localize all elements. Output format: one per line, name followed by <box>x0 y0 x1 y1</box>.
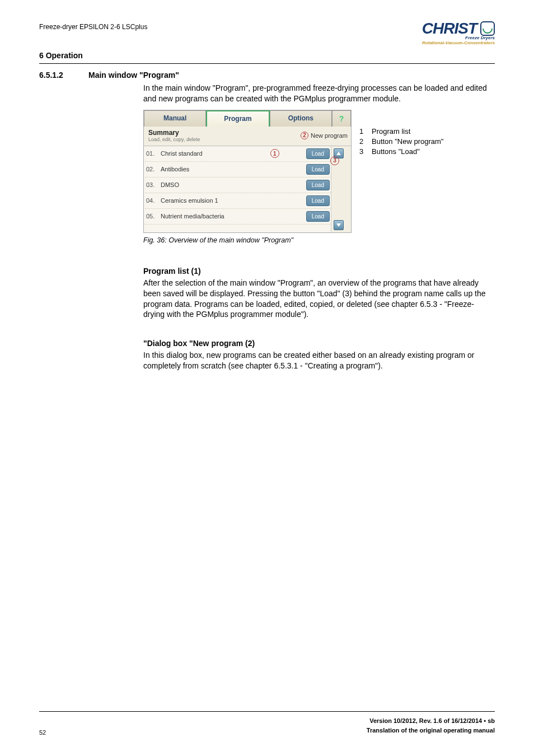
logo-subline-2: Rotational-Vacuum-Concentrators <box>422 40 495 45</box>
legend-text: Program list <box>372 127 410 137</box>
chevron-down-icon <box>336 222 341 228</box>
intro-paragraph: In the main window "Program", pre-progra… <box>143 83 495 104</box>
program-list-body: After the selection of the main window "… <box>143 278 495 320</box>
program-number: 01. <box>146 150 158 157</box>
program-number: 02. <box>146 166 158 172</box>
load-button[interactable]: Load <box>306 164 330 175</box>
program-number: 05. <box>146 213 158 220</box>
load-button[interactable]: Load <box>306 148 330 159</box>
new-program-label: New program <box>311 132 348 139</box>
program-list-heading: Program list (1) <box>143 267 495 276</box>
page-number: 52 <box>39 729 46 736</box>
program-row: 05. Nutrient media/bacteria Load <box>145 209 331 225</box>
load-button[interactable]: Load <box>306 211 330 222</box>
program-name: DMSO <box>161 181 304 188</box>
program-row: 02. Antibodies Load <box>145 162 331 178</box>
legend-number: 1 <box>359 127 366 137</box>
section-rule <box>39 63 495 64</box>
callout-2-icon: 2 <box>301 132 308 139</box>
load-button[interactable]: Load <box>306 195 330 206</box>
tab-program[interactable]: Program <box>206 110 269 127</box>
program-number: 04. <box>146 197 158 204</box>
section-heading: 6 Operation <box>39 51 495 60</box>
program-row: 01. Christ standard 1 Load <box>145 146 331 162</box>
footer-version: Version 10/2012, Rev. 1.6 of 16/12/2014 … <box>367 716 495 726</box>
brand-logo: CHRIST Freeze Dryers Rotational-Vacuum-C… <box>422 20 495 45</box>
tab-manual[interactable]: Manual <box>144 110 206 127</box>
program-name: Ceramics emulsion 1 <box>161 197 304 204</box>
svg-marker-1 <box>336 223 341 227</box>
new-program-button[interactable]: 2 New program <box>301 132 348 139</box>
subsection-number: 6.5.1.2 <box>39 71 75 80</box>
summary-label: Summary <box>148 129 179 137</box>
tab-options[interactable]: Options <box>270 110 332 127</box>
logo-swirl-icon <box>480 21 495 36</box>
scroll-down-button[interactable] <box>334 220 344 230</box>
dialog-heading: "Dialog box "New program (2) <box>143 339 495 348</box>
program-name: Christ standard <box>161 150 266 157</box>
program-row: 03. DMSO Load <box>145 178 331 193</box>
logo-subline-1: Freeze Dryers <box>465 35 495 40</box>
svg-marker-0 <box>336 152 341 155</box>
figure-caption: Fig. 36: Overview of the main window "Pr… <box>143 236 495 244</box>
subsection-title: Main window "Program" <box>88 71 179 80</box>
callout-3-icon: 3 <box>330 156 339 165</box>
program-row: 04. Ceramics emulsion 1 Load <box>145 193 331 209</box>
chevron-up-icon <box>336 151 341 156</box>
load-button[interactable]: Load <box>306 180 330 190</box>
program-window-screenshot: Manual Program Options ? Summary Load, e… <box>143 110 352 233</box>
legend-number: 2 <box>359 137 366 147</box>
figure-legend: 1Program list 2Button "New program" 3But… <box>359 110 443 233</box>
dialog-body: In this dialog box, new programs can be … <box>143 350 495 371</box>
legend-text: Buttons "Load" <box>372 147 420 157</box>
legend-text: Button "New program" <box>372 137 443 147</box>
program-name: Antibodies <box>161 166 304 172</box>
page-footer: 52 Version 10/2012, Rev. 1.6 of 16/12/20… <box>39 711 495 736</box>
tab-help[interactable]: ? <box>332 110 351 127</box>
callout-1-icon: 1 <box>270 149 279 158</box>
doc-title: Freeze-dryer EPSILON 2-6 LSCplus <box>39 20 147 31</box>
page-header: Freeze-dryer EPSILON 2-6 LSCplus CHRIST … <box>39 20 495 45</box>
legend-number: 3 <box>359 147 366 157</box>
program-name: Nutrient media/bacteria <box>161 213 304 220</box>
footer-translation: Translation of the original operating ma… <box>367 726 495 736</box>
program-number: 03. <box>146 181 158 188</box>
summary-sublabel: Load, edit, copy, delete <box>148 137 200 142</box>
